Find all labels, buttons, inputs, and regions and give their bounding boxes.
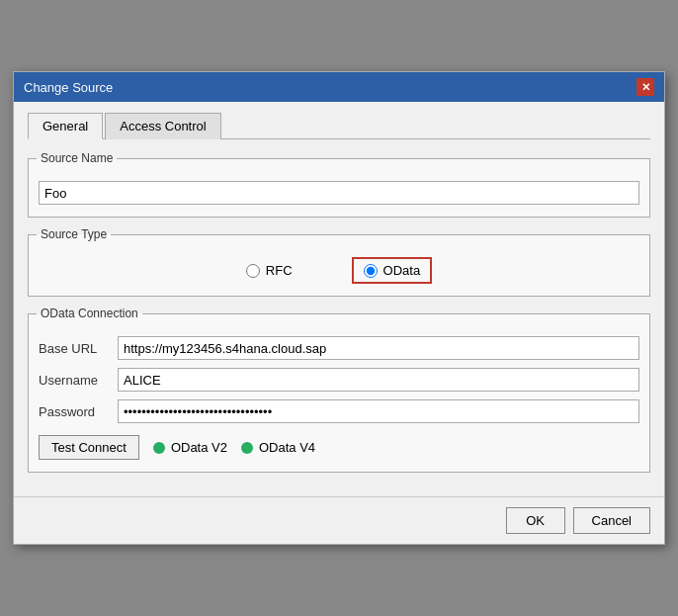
odata-connection-legend: OData Connection (37, 307, 142, 320)
base-url-row: Base URL (39, 336, 639, 360)
tab-access-control[interactable]: Access Control (105, 113, 220, 139)
base-url-input[interactable] (118, 336, 639, 360)
source-type-options: RFC OData (39, 257, 639, 284)
dialog-body: General Access Control Source Name Sourc… (14, 102, 664, 496)
source-name-input[interactable] (39, 181, 639, 205)
test-connect-button[interactable]: Test Connect (39, 435, 139, 460)
rfc-radio[interactable] (246, 264, 260, 278)
rfc-option[interactable]: RFC (246, 263, 293, 278)
password-label: Password (39, 404, 118, 419)
password-row: Password (39, 399, 639, 423)
cancel-button[interactable]: Cancel (573, 507, 650, 534)
odata-connection-group: OData Connection Base URL Username Passw… (28, 307, 650, 473)
source-name-group: Source Name (28, 151, 650, 218)
odata-radio[interactable] (364, 264, 378, 278)
username-row: Username (39, 368, 639, 392)
odata-v4-dot (241, 442, 253, 454)
base-url-label: Base URL (39, 341, 118, 356)
close-button[interactable]: ✕ (636, 78, 654, 96)
dialog-footer: OK Cancel (14, 496, 664, 544)
odata-v4-label: OData V4 (259, 440, 315, 455)
odata-option[interactable]: OData (352, 257, 433, 284)
username-input[interactable] (118, 368, 639, 392)
source-name-row (39, 181, 639, 205)
source-type-legend: Source Type (37, 227, 111, 241)
source-type-group: Source Type RFC OData (28, 227, 650, 297)
title-bar: Change Source ✕ (14, 72, 664, 102)
source-name-legend: Source Name (37, 151, 117, 165)
username-label: Username (39, 373, 118, 388)
tab-bar: General Access Control (28, 112, 650, 139)
odata-v2-label: OData V2 (171, 440, 227, 455)
test-connect-row: Test Connect OData V2 OData V4 (39, 435, 639, 460)
odata-v2-dot (153, 442, 165, 454)
dialog-title: Change Source (24, 80, 113, 95)
tab-general[interactable]: General (28, 113, 103, 139)
odata-v2-badge: OData V2 (153, 440, 227, 455)
ok-button[interactable]: OK (506, 507, 565, 534)
password-input[interactable] (118, 399, 639, 423)
odata-v4-badge: OData V4 (241, 440, 315, 455)
change-source-dialog: Change Source ✕ General Access Control S… (13, 71, 665, 545)
